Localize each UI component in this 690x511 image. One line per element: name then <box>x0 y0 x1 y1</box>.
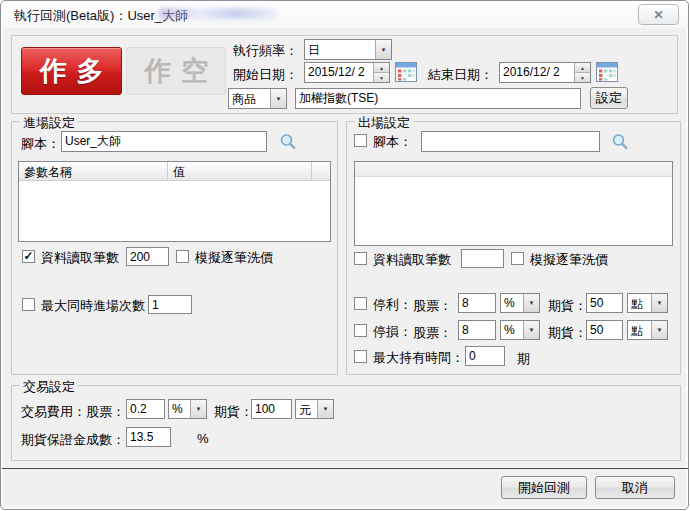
frequency-select[interactable]: 日 ▼ <box>304 39 392 60</box>
start-date-calendar-button[interactable] <box>394 61 418 83</box>
backtest-dialog: 執行回測(Beta版)：User_大師 ✕ 作多 作空 執行頻率： 日 ▼ 開始… <box>0 0 689 510</box>
entry-group-title: 進場設定 <box>20 114 78 132</box>
checkbox-box[interactable]: ✓ <box>176 250 189 263</box>
checkbox-box[interactable]: ✓ <box>22 298 35 311</box>
product-name-field[interactable] <box>295 88 581 109</box>
entry-tick-sim-checkbox[interactable]: ✓ 模擬逐筆洗價 <box>176 249 273 267</box>
check-icon: ✓ <box>23 249 33 263</box>
chevron-down-icon[interactable]: ▼ <box>523 294 539 312</box>
start-backtest-button[interactable]: 開始回測 <box>501 476 587 499</box>
stop-loss-stock-input[interactable] <box>458 320 496 340</box>
entry-params-table-header: 參數名稱 值 <box>19 162 330 181</box>
take-profit-label: 停利： <box>373 296 412 314</box>
product-select-value: 商品 <box>229 89 270 108</box>
entry-tick-sim-label: 模擬逐筆洗價 <box>195 249 273 267</box>
checkbox-box[interactable]: ✓ <box>354 324 367 337</box>
chevron-down-icon[interactable]: ▼ <box>523 321 539 339</box>
entry-read-count-input[interactable] <box>126 247 169 266</box>
chevron-down-icon[interactable]: ▼ <box>651 294 667 312</box>
end-date-calendar-button[interactable] <box>595 61 619 83</box>
redacted-text <box>159 8 277 19</box>
checkbox-box[interactable]: ✓ <box>22 250 35 263</box>
exit-read-count-checkbox[interactable]: ✓ 資料讀取筆數 <box>354 251 451 269</box>
exit-script-checkbox[interactable]: ✓ 腳本： <box>354 133 412 151</box>
take-profit-stock-unit-select[interactable]: % ▼ <box>500 293 540 313</box>
exit-script-input[interactable] <box>421 131 600 152</box>
stop-loss-futures-input[interactable] <box>586 320 623 340</box>
exit-read-count-input[interactable] <box>461 249 504 268</box>
checkbox-box[interactable]: ✓ <box>511 252 524 265</box>
entry-script-input[interactable] <box>61 131 267 152</box>
column-header-param[interactable]: 參數名稱 <box>19 162 168 180</box>
long-button[interactable]: 作多 <box>21 47 122 95</box>
checkbox-box[interactable]: ✓ <box>354 134 367 147</box>
entry-max-entries-label: 最大同時進場次數 <box>41 297 145 315</box>
fee-stock-unit-select[interactable]: % ▼ <box>168 399 207 419</box>
entry-settings-group: 進場設定 <box>11 121 338 375</box>
fee-label: 交易費用：股票： <box>21 403 125 421</box>
take-profit-stock-unit-value: % <box>501 294 523 312</box>
product-select[interactable]: 商品 ▼ <box>228 88 287 109</box>
exit-tick-sim-checkbox[interactable]: ✓ 模擬逐筆洗價 <box>511 251 608 269</box>
calendar-icon <box>395 62 417 82</box>
exit-script-label: 腳本： <box>373 133 412 151</box>
spinner-down-icon[interactable]: ▼ <box>374 73 389 82</box>
stop-loss-futures-label: 期貨： <box>548 324 587 342</box>
exit-params-list-header <box>355 162 672 177</box>
start-date-value: 2015/12/ 2 <box>305 63 373 82</box>
start-date-label: 開始日期： <box>233 66 298 84</box>
entry-max-entries-input[interactable] <box>148 295 192 314</box>
take-profit-checkbox[interactable]: ✓ 停利： <box>354 296 412 314</box>
spinner-up-icon[interactable]: ▲ <box>374 63 389 73</box>
fee-futures-unit-select[interactable]: 元 ▼ <box>295 399 334 419</box>
column-header-value[interactable]: 值 <box>168 162 312 180</box>
checkbox-box[interactable]: ✓ <box>354 297 367 310</box>
take-profit-futures-label: 期貨： <box>548 297 587 315</box>
settings-button[interactable]: 設定 <box>590 87 628 109</box>
margin-label: 期貨保證金成數： <box>21 431 125 449</box>
max-hold-time-input[interactable] <box>465 346 505 366</box>
entry-read-count-checkbox[interactable]: ✓ 資料讀取筆數 <box>22 249 119 267</box>
checkbox-box[interactable]: ✓ <box>354 252 367 265</box>
chevron-down-icon[interactable]: ▼ <box>190 400 206 418</box>
stop-loss-futures-unit-value: 點 <box>628 321 651 339</box>
exit-script-search-button[interactable] <box>609 131 631 153</box>
chevron-down-icon[interactable]: ▼ <box>651 321 667 339</box>
spinner-up-icon[interactable]: ▲ <box>575 63 590 73</box>
checkbox-box[interactable]: ✓ <box>354 350 367 363</box>
margin-input[interactable] <box>126 427 171 447</box>
chevron-down-icon[interactable]: ▼ <box>317 400 333 418</box>
take-profit-futures-input[interactable] <box>586 293 623 313</box>
take-profit-stock-label: 股票： <box>413 297 452 315</box>
stop-loss-stock-unit-select[interactable]: % ▼ <box>500 320 540 340</box>
take-profit-futures-unit-select[interactable]: 點 ▼ <box>627 293 668 313</box>
end-date-spinner[interactable]: ▲ ▼ <box>574 63 590 82</box>
entry-max-entries-checkbox[interactable]: ✓ 最大同時進場次數 <box>22 297 145 315</box>
trade-settings-group: 交易設定 <box>11 385 681 461</box>
chevron-down-icon[interactable]: ▼ <box>375 40 391 59</box>
entry-script-search-button[interactable] <box>277 131 299 153</box>
stop-loss-checkbox[interactable]: ✓ 停損： <box>354 323 412 341</box>
stop-loss-label: 停損： <box>373 323 412 341</box>
fee-stock-input[interactable] <box>126 399 165 419</box>
chevron-down-icon[interactable]: ▼ <box>270 89 286 108</box>
exit-read-count-label: 資料讀取筆數 <box>373 251 451 269</box>
column-header-spacer <box>312 162 330 180</box>
close-button[interactable]: ✕ <box>638 4 679 25</box>
spinner-down-icon[interactable]: ▼ <box>575 73 590 82</box>
calendar-icon <box>596 62 618 82</box>
cancel-button[interactable]: 取消 <box>595 476 675 499</box>
start-date-spinner[interactable]: ▲ ▼ <box>373 63 389 82</box>
take-profit-stock-input[interactable] <box>458 293 496 313</box>
start-date-input[interactable]: 2015/12/ 2 ▲ ▼ <box>304 62 390 83</box>
stop-loss-futures-unit-select[interactable]: 點 ▼ <box>627 320 668 340</box>
entry-read-count-label: 資料讀取筆數 <box>41 249 119 267</box>
fee-futures-unit-value: 元 <box>296 400 317 418</box>
short-button[interactable]: 作空 <box>126 47 226 95</box>
entry-params-table: 參數名稱 值 <box>18 161 331 242</box>
title-bar: 執行回測(Beta版)：User_大師 ✕ <box>1 1 688 28</box>
max-hold-time-checkbox[interactable]: ✓ 最大持有時間： <box>354 349 464 367</box>
frequency-label: 執行頻率： <box>233 42 298 60</box>
end-date-input[interactable]: 2016/12/ 2 ▲ ▼ <box>499 62 591 83</box>
fee-futures-input[interactable] <box>251 399 292 419</box>
